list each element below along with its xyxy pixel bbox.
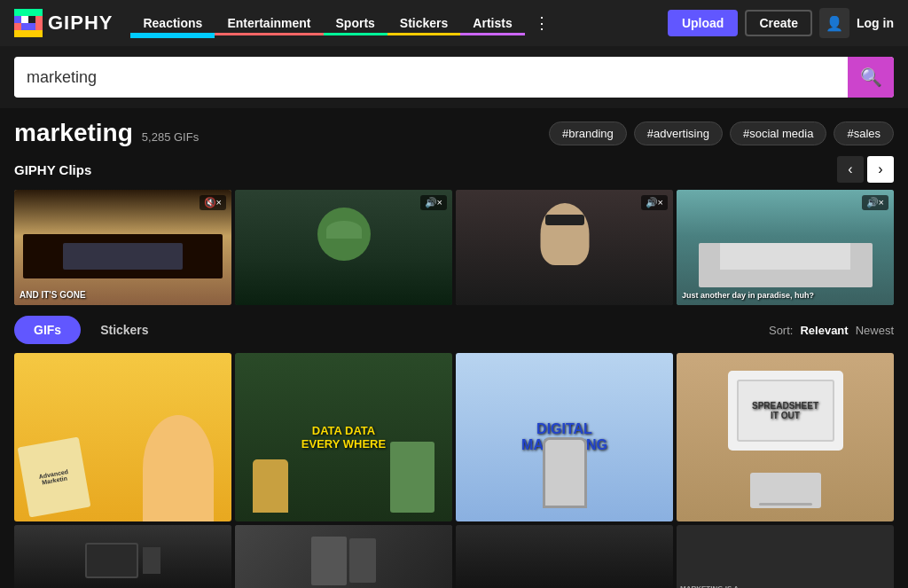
clip-sound-icon[interactable]: 🔊× [420, 195, 447, 210]
gif-item[interactable] [235, 525, 452, 588]
title-row: marketing 5,285 GIFs #branding #advertis… [14, 119, 894, 147]
nav-item-entertainment[interactable]: Entertainment [215, 11, 323, 35]
search-button[interactable]: 🔍 [848, 57, 894, 98]
gif-item[interactable] [456, 525, 673, 588]
svg-rect-3 [14, 30, 21, 37]
gif-item[interactable]: AdvancedMarketin [14, 353, 231, 521]
nav-item-artists[interactable]: Artists [460, 11, 524, 35]
tag-social-media[interactable]: #social media [730, 122, 827, 145]
tag-branding[interactable]: #branding [549, 122, 627, 145]
gif-count: 5,285 GIFs [142, 130, 199, 144]
user-icon: 👤 [826, 15, 843, 32]
tab-gifs[interactable]: GIFs [14, 316, 81, 344]
search-container: 🔍 [14, 57, 894, 98]
sort-label: Sort: [769, 324, 793, 337]
gif-overlay-text: DATA DATAEVERY WHERE [301, 424, 386, 451]
gif-item[interactable]: MARKETING IS A [677, 525, 894, 588]
gifs-section: GIFs Stickers Sort: Relevant Newest Adva… [14, 316, 894, 588]
logo-icon [14, 9, 43, 37]
header-actions: Upload Create 👤 Log in [668, 8, 894, 38]
nav-more-icon[interactable]: ⋮ [525, 8, 559, 38]
svg-rect-6 [21, 30, 43, 37]
search-bar: 🔍 [0, 46, 908, 108]
clip-sound-icon[interactable]: 🔊× [641, 195, 668, 210]
header: GIPHY Reactions Entertainment Sports Sti… [0, 0, 908, 46]
user-icon-button[interactable]: 👤 [819, 8, 849, 38]
svg-rect-8 [21, 23, 35, 30]
tag-chips: #branding #advertising #social media #sa… [549, 122, 894, 145]
clips-title: GIPHY Clips [14, 162, 91, 177]
sort-relevant[interactable]: Relevant [800, 324, 848, 337]
sort-row: Sort: Relevant Newest [769, 324, 894, 337]
upload-button[interactable]: Upload [668, 10, 738, 36]
clip-item[interactable]: 🔊× [235, 190, 452, 305]
clip-item[interactable]: 🔊× [456, 190, 673, 305]
create-button[interactable]: Create [745, 10, 812, 36]
tag-advertising[interactable]: #advertising [634, 122, 723, 145]
gif-item[interactable]: SPREADSHEETIT OUT [677, 353, 894, 521]
clips-next-button[interactable]: › [867, 156, 894, 183]
gifs-tabs: GIFs Stickers [14, 316, 168, 344]
content-area: marketing 5,285 GIFs #branding #advertis… [0, 108, 908, 588]
gifs-tabs-row: GIFs Stickers Sort: Relevant Newest [14, 316, 894, 344]
svg-rect-5 [21, 16, 28, 23]
clip-sound-icon[interactable]: 🔊× [862, 195, 888, 210]
clip-item[interactable]: 🔊× Just another day in paradise, huh? [677, 190, 894, 305]
svg-rect-7 [35, 16, 43, 30]
clips-grid: 🔇× AND IT'S GONE 🔊× 🔊× [14, 190, 894, 305]
svg-rect-1 [14, 16, 21, 23]
search-input[interactable] [14, 59, 848, 96]
gif-item[interactable] [14, 525, 231, 588]
clips-prev-button[interactable]: ‹ [837, 156, 864, 183]
clip-sound-icon[interactable]: 🔇× [200, 195, 226, 210]
svg-rect-0 [14, 9, 21, 16]
search-title: marketing [14, 119, 133, 147]
nav-item-reactions[interactable]: Reactions [130, 11, 215, 35]
login-button[interactable]: Log in [857, 16, 894, 30]
clip-caption: Just another day in paradise, huh? [682, 291, 814, 300]
clip-caption: AND IT'S GONE [20, 290, 86, 300]
clips-section: GIPHY Clips ‹ › 🔇× AND IT'S GONE 🔊 [14, 156, 894, 305]
main-nav: Reactions Entertainment Sports Stickers … [130, 8, 658, 38]
tag-sales[interactable]: #sales [834, 122, 894, 145]
clip-item[interactable]: 🔇× AND IT'S GONE [14, 190, 231, 305]
clips-nav: ‹ › [837, 156, 894, 183]
logo-text: GIPHY [48, 12, 113, 35]
gif-item[interactable]: DIGITALMARKETING [456, 353, 673, 521]
nav-item-stickers[interactable]: Stickers [387, 11, 460, 35]
svg-rect-4 [21, 9, 43, 16]
svg-rect-2 [14, 23, 21, 30]
gifs-grid: AdvancedMarketin DATA DATAEVERY WHERE DI… [14, 353, 894, 588]
tab-stickers[interactable]: Stickers [81, 316, 168, 344]
logo[interactable]: GIPHY [14, 9, 113, 37]
nav-item-sports[interactable]: Sports [324, 11, 387, 35]
search-icon: 🔍 [860, 67, 882, 88]
title-left: marketing 5,285 GIFs [14, 119, 199, 147]
gif-item[interactable]: DATA DATAEVERY WHERE [235, 353, 452, 521]
clips-header: GIPHY Clips ‹ › [14, 156, 894, 183]
gif-overlay-text: SPREADSHEETIT OUT [752, 401, 818, 420]
sort-newest[interactable]: Newest [856, 324, 894, 337]
